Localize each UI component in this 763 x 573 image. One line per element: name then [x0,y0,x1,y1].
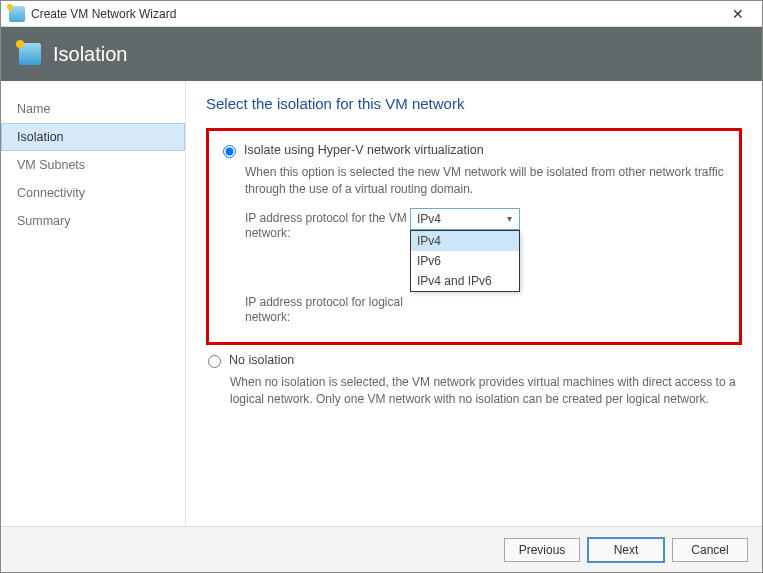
cancel-button[interactable]: Cancel [672,538,748,562]
radio-no-isolation-label: No isolation [229,353,294,367]
step-connectivity[interactable]: Connectivity [1,179,185,207]
next-button[interactable]: Next [588,538,664,562]
vm-protocol-dropdown: IPv4 IPv6 IPv4 and IPv6 [410,230,520,292]
footer: Previous Next Cancel [1,526,762,572]
logical-protocol-label: IP address protocol for logical network: [245,292,410,326]
previous-button[interactable]: Previous [504,538,580,562]
wizard-icon [19,43,41,65]
option-isolate-row: Isolate using Hyper-V network virtualiza… [221,143,727,158]
window-title: Create VM Network Wizard [31,7,722,21]
isolate-description: When this option is selected the new VM … [245,164,727,198]
wizard-banner: Isolation [1,27,762,81]
radio-no-isolation[interactable] [208,355,221,368]
option-none-section: No isolation When no isolation is select… [206,353,742,408]
isolate-fields: IP address protocol for the VM network: … [245,208,727,326]
highlight-box: Isolate using Hyper-V network virtualiza… [206,128,742,345]
option-none-row: No isolation [206,353,742,368]
logical-protocol-row: IP address protocol for logical network: [245,292,727,326]
titlebar: Create VM Network Wizard ✕ [1,1,762,27]
no-isolation-description: When no isolation is selected, the VM ne… [230,374,742,408]
content-pane: Select the isolation for this VM network… [186,81,762,526]
step-name[interactable]: Name [1,95,185,123]
step-vm-subnets[interactable]: VM Subnets [1,151,185,179]
dropdown-option-ipv4[interactable]: IPv4 [411,231,519,251]
vm-protocol-combo[interactable]: IPv4 ▾ [410,208,520,230]
close-icon[interactable]: ✕ [722,6,754,22]
wizard-steps: Name Isolation VM Subnets Connectivity S… [1,81,186,526]
app-icon [9,6,25,22]
step-isolation[interactable]: Isolation [1,123,185,151]
wizard-banner-title: Isolation [53,43,128,66]
chevron-down-icon: ▾ [503,213,515,225]
dropdown-option-ipv6[interactable]: IPv6 [411,251,519,271]
main-area: Name Isolation VM Subnets Connectivity S… [1,81,762,526]
step-summary[interactable]: Summary [1,207,185,235]
page-heading: Select the isolation for this VM network [206,95,742,112]
radio-isolate-label: Isolate using Hyper-V network virtualiza… [244,143,484,157]
dropdown-option-ipv4-ipv6[interactable]: IPv4 and IPv6 [411,271,519,291]
vm-protocol-label: IP address protocol for the VM network: [245,208,410,242]
radio-isolate[interactable] [223,145,236,158]
vm-protocol-value: IPv4 [417,212,441,226]
